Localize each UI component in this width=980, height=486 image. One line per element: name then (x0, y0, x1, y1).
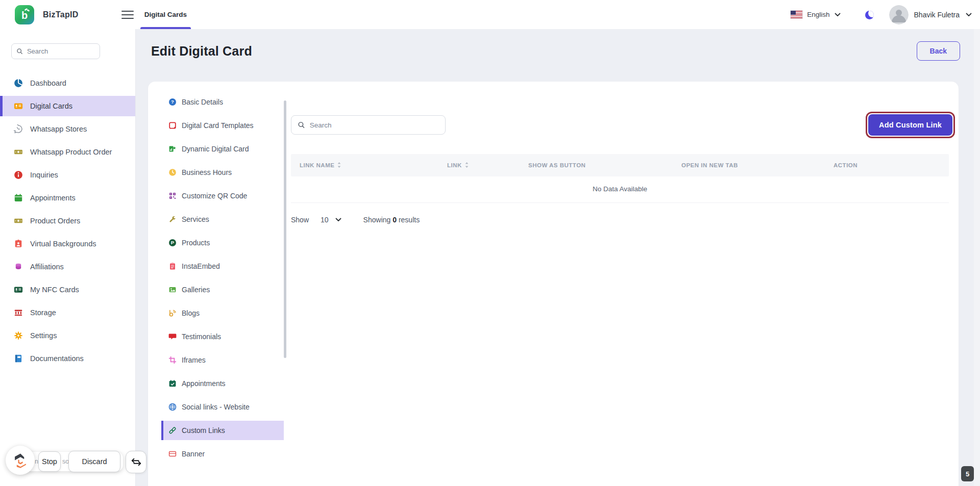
products-icon: P (168, 239, 177, 247)
card-nav-item-instaembed[interactable]: InstaEmbed (161, 257, 284, 276)
banknote-icon (14, 147, 23, 157)
card-nav-item-customize-qr-code[interactable]: Customize QR Code (161, 186, 284, 206)
hamburger-menu-icon[interactable] (121, 8, 134, 21)
id-card-icon (14, 101, 23, 111)
avatar[interactable] (889, 5, 909, 24)
custom-links-table: LINK NAMELINKSHOW AS BUTTONOPEN IN NEW T… (291, 154, 949, 203)
card-nav-item-galleries[interactable]: Galleries (161, 280, 284, 299)
card-nav-item-label: Services (182, 215, 209, 223)
column-label: LINK (447, 162, 462, 168)
sidebar-item-label: Inquiries (30, 171, 58, 179)
user-name: Bhavik Fuletra (914, 11, 960, 19)
column-label: OPEN IN NEW TAB (681, 162, 738, 168)
sidebar-item-my-nfc-cards[interactable]: My NFC Cards (0, 279, 135, 300)
sidebar-item-digital-cards[interactable]: Digital Cards (0, 96, 135, 116)
card-nav-item-products[interactable]: PProducts (161, 233, 284, 252)
sidebar-item-label: Product Orders (30, 217, 80, 225)
sidebar-search-input[interactable] (27, 47, 95, 55)
tab-digital-cards[interactable]: Digital Cards (142, 0, 189, 29)
sidebar-item-label: Virtual Backgrounds (30, 240, 96, 248)
clipped-text: n (35, 458, 38, 465)
link-icon (168, 426, 177, 434)
stop-button[interactable]: Stop (38, 451, 61, 472)
column-header-link[interactable]: LINK (447, 162, 528, 169)
card-nav-item-iframes[interactable]: Iframes (161, 350, 284, 370)
id-badge-icon (14, 239, 23, 248)
show-label: Show (291, 216, 309, 224)
highlight-ring: Add Custom Link (866, 112, 955, 138)
card-nav-item-dynamic-digital-card[interactable]: Dynamic Digital Card (161, 139, 284, 159)
results-count: 0 (393, 216, 397, 224)
card-nav-item-label: Appointments (182, 379, 226, 388)
sidebar-search[interactable] (11, 43, 100, 59)
table-empty-state: No Data Available (291, 176, 949, 203)
gear-icon (14, 331, 23, 340)
table-search-input[interactable] (310, 121, 439, 129)
extension-count-badge[interactable]: 5 (961, 466, 974, 481)
pagination-bar: Show 10 Showing 0 results (291, 216, 949, 224)
dynamic-card-icon (168, 145, 177, 153)
sidebar-item-product-orders[interactable]: Product Orders (0, 211, 135, 231)
sidebar-item-label: Dashboard (30, 79, 66, 87)
card-nav-item-testimonials[interactable]: Testimonials (161, 327, 284, 346)
card-nav-item-label: Customize QR Code (182, 192, 247, 200)
sidebar-item-settings[interactable]: Settings (0, 325, 135, 346)
sidebar-item-documentations[interactable]: Documentations (0, 348, 135, 369)
card-nav-item-digital-card-templates[interactable]: Digital Card Templates (161, 116, 284, 135)
clipboard-icon (168, 262, 177, 270)
column-label: ACTION (834, 162, 857, 168)
card-nav-scrollbar[interactable] (284, 100, 286, 358)
whatsapp-icon (14, 124, 23, 134)
card-nav-item-banner[interactable]: Banner (161, 444, 284, 464)
card-section-nav: ?Basic DetailsDigital Card TemplatesDyna… (148, 82, 284, 486)
sidebar-item-storage[interactable]: Storage (0, 302, 135, 323)
page-scrollbar[interactable] (974, 29, 980, 486)
sidebar-item-label: Settings (30, 331, 57, 340)
card-nav-item-blogs[interactable]: Blogs (161, 303, 284, 323)
card-nav-item-custom-links[interactable]: Custom Links (161, 421, 284, 440)
sidebar-item-label: Whatsapp Product Order (30, 148, 112, 156)
language-selector[interactable]: English (791, 11, 840, 18)
sidebar-item-whatsapp-stores[interactable]: Whatsapp Stores (0, 119, 135, 139)
biztapid-logo-icon[interactable]: b (15, 5, 34, 24)
calendar-check-icon (168, 379, 177, 388)
sidebar-item-inquiries[interactable]: Inquiries (0, 165, 135, 185)
card-nav-item-label: Galleries (182, 286, 210, 294)
add-custom-link-button[interactable]: Add Custom Link (868, 114, 952, 136)
us-flag-icon (791, 11, 802, 18)
swap-arrows-button[interactable] (126, 451, 146, 473)
table-toolbar: Add Custom Link (291, 112, 949, 138)
column-header-link-name[interactable]: LINK NAME (291, 162, 447, 169)
book-icon (14, 354, 23, 363)
sort-icon (337, 162, 341, 169)
recorder-logo-icon[interactable] (6, 446, 35, 475)
discard-button[interactable]: Discard (68, 451, 120, 472)
banknote-icon (14, 216, 23, 225)
table-search[interactable] (291, 115, 446, 135)
custom-links-panel: Add Custom Link LINK NAMELINKSHOW AS BUT… (284, 82, 959, 486)
card-nav-item-social-links-website[interactable]: Social links - Website (161, 397, 284, 417)
dark-mode-toggle[interactable] (865, 10, 875, 20)
chevron-down-icon[interactable] (966, 13, 972, 17)
pie-chart-icon (14, 79, 23, 88)
question-circle-icon: ? (168, 98, 177, 106)
card-nav-item-label: Basic Details (182, 98, 223, 106)
column-header-action: ACTION (834, 162, 949, 168)
sidebar-item-whatsapp-product-order[interactable]: Whatsapp Product Order (0, 142, 135, 162)
card-nav-item-services[interactable]: Services (161, 210, 284, 229)
sidebar-item-affiliations[interactable]: Affiliations (0, 257, 135, 277)
card-nav-item-label: Iframes (182, 356, 206, 364)
info-circle-icon (14, 170, 23, 180)
back-button[interactable]: Back (917, 41, 960, 61)
storage-icon (14, 308, 23, 317)
card-nav-item-appointments[interactable]: Appointments (161, 374, 284, 393)
sidebar-item-appointments[interactable]: Appointments (0, 188, 135, 208)
card-nav-item-basic-details[interactable]: ?Basic Details (161, 92, 284, 112)
sidebar-item-dashboard[interactable]: Dashboard (0, 73, 135, 93)
sidebar: DashboardDigital CardsWhatsapp StoresWha… (0, 29, 136, 486)
search-icon (16, 47, 23, 55)
main-content: Edit Digital Card Back ?Basic DetailsDig… (136, 29, 980, 486)
sidebar-item-virtual-backgrounds[interactable]: Virtual Backgrounds (0, 234, 135, 254)
card-nav-item-business-hours[interactable]: Business Hours (161, 163, 284, 182)
page-size-select[interactable]: 10 (321, 216, 341, 224)
